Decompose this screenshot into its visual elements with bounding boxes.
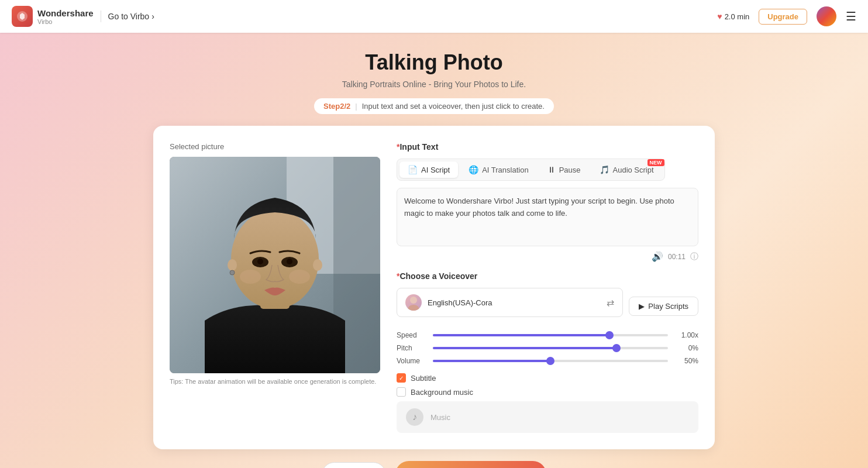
voice-name: English(USA)-Cora [428, 298, 492, 307]
left-panel: Selected picture [170, 142, 380, 433]
volume-slider-row: Volume 50% [397, 357, 698, 365]
svg-point-13 [240, 270, 261, 284]
voice-avatar [405, 294, 422, 311]
pitch-value: 0% [675, 344, 698, 352]
script-tabs: 📄 AI Script 🌐 AI Translation ⏸ Pause 🎵 A… [397, 159, 665, 181]
pause-icon: ⏸ [547, 165, 556, 174]
volume-fill [433, 360, 550, 362]
svg-point-11 [257, 259, 263, 264]
pitch-slider-row: Pitch 0% [397, 344, 698, 352]
right-panel: *Input Text 📄 AI Script 🌐 AI Translation… [397, 142, 698, 433]
speed-fill [433, 334, 609, 336]
speed-track[interactable] [433, 334, 668, 336]
svg-point-14 [289, 270, 310, 284]
menu-icon[interactable]: ☰ [846, 9, 856, 23]
logo: Wondershare Virbo [12, 6, 94, 27]
volume-value: 50% [675, 357, 698, 365]
bgmusic-label: Background music [411, 388, 473, 397]
speed-thumb[interactable] [605, 331, 614, 339]
ai-translation-icon: 🌐 [469, 165, 478, 174]
tab-ai-translation[interactable]: 🌐 AI Translation [460, 161, 537, 178]
svg-point-15 [410, 297, 417, 304]
tab-audio-script[interactable]: 🎵 Audio Script NEW [591, 161, 662, 178]
voiceover-selector[interactable]: English(USA)-Cora ⇄ [397, 288, 623, 317]
script-text-content: Welcome to Wondershare Virbo! Just start… [404, 195, 691, 220]
header-left: Wondershare Virbo Go to Virbo › [12, 6, 154, 27]
bottom-actions: ‹ Back Create Video [322, 461, 546, 468]
pitch-label: Pitch [397, 344, 426, 352]
sound-icon: 🔊 [652, 251, 663, 262]
voiceover-left: English(USA)-Cora [405, 294, 492, 311]
step-label: Step2/2 [323, 102, 350, 111]
heart-icon: ♥ [717, 12, 722, 21]
tab-pause[interactable]: ⏸ Pause [539, 161, 589, 178]
page-title: Talking Photo [314, 50, 554, 75]
speed-slider-row: Speed 1.00x [397, 331, 698, 339]
back-button[interactable]: ‹ Back [322, 462, 386, 469]
svg-point-8 [313, 259, 322, 271]
volume-thumb[interactable] [546, 357, 554, 365]
new-badge: NEW [647, 159, 664, 166]
pitch-thumb[interactable] [612, 344, 621, 352]
step-description: Input text and set a voiceover, then jus… [362, 102, 545, 111]
subtitle-label: Subtitle [411, 374, 436, 383]
time-display: 00:11 [668, 253, 686, 261]
main-card: Selected picture [153, 126, 715, 449]
step-badge: Step2/2 | Input text and set a voiceover… [314, 98, 554, 114]
pitch-fill [433, 347, 616, 349]
script-text-area[interactable]: Welcome to Wondershare Virbo! Just start… [397, 188, 698, 246]
bgmusic-checkbox[interactable] [397, 387, 406, 397]
user-avatar[interactable] [817, 6, 836, 26]
header-divider [101, 11, 101, 22]
play-scripts-button[interactable]: ▶ Play Scripts [629, 297, 698, 316]
voiceover-title: *Choose a Voiceover [397, 271, 698, 281]
svg-point-7 [230, 270, 235, 275]
hero-section: Talking Photo Talking Portraits Online -… [314, 33, 554, 126]
ai-script-icon: 📄 [408, 165, 418, 174]
go-to-virbo-link[interactable]: Go to Virbo › [108, 12, 154, 21]
upgrade-button[interactable]: Upgrade [759, 9, 807, 25]
speed-value: 1.00x [675, 331, 698, 339]
speed-label: Speed [397, 331, 426, 339]
volume-label: Volume [397, 357, 426, 365]
selected-picture-label: Selected picture [170, 142, 380, 151]
main-content: Talking Photo Talking Portraits Online -… [0, 0, 868, 468]
music-disc-icon: ♪ [406, 408, 423, 426]
header-right: ♥ 2.0 min Upgrade ☰ [717, 6, 856, 26]
pitch-track[interactable] [433, 347, 668, 349]
photo-container [170, 157, 380, 373]
text-area-actions: 🔊 00:11 ⓘ [397, 251, 698, 262]
play-icon: ▶ [639, 302, 645, 311]
brand-text: Wondershare Virbo [37, 8, 94, 25]
mins-badge: ♥ 2.0 min [717, 12, 749, 21]
header: Wondershare Virbo Go to Virbo › ♥ 2.0 mi… [0, 0, 868, 33]
svg-point-6 [228, 259, 237, 271]
tips-text: Tips: The avatar animation will be avail… [170, 378, 380, 385]
create-video-button[interactable]: Create Video [395, 461, 546, 468]
subtitle-checkbox[interactable]: ✓ [397, 373, 406, 383]
swap-icon: ⇄ [607, 297, 614, 308]
input-text-title: *Input Text [397, 142, 698, 152]
music-placeholder-label: Music [430, 413, 450, 422]
volume-track[interactable] [433, 360, 668, 362]
subtitle-row: ✓ Subtitle [397, 373, 698, 383]
logo-icon [12, 6, 33, 27]
bgmusic-row: Background music [397, 387, 698, 397]
svg-point-12 [287, 259, 292, 264]
tab-ai-script[interactable]: 📄 AI Script [399, 161, 458, 178]
voiceover-section: *Choose a Voiceover English(USA)-Cora [397, 271, 698, 365]
info-icon: ⓘ [690, 252, 698, 262]
music-section: ♪ Music [397, 401, 698, 433]
audio-script-icon: 🎵 [600, 165, 609, 174]
page-subtitle: Talking Portraits Online - Bring Your Ph… [314, 80, 554, 89]
